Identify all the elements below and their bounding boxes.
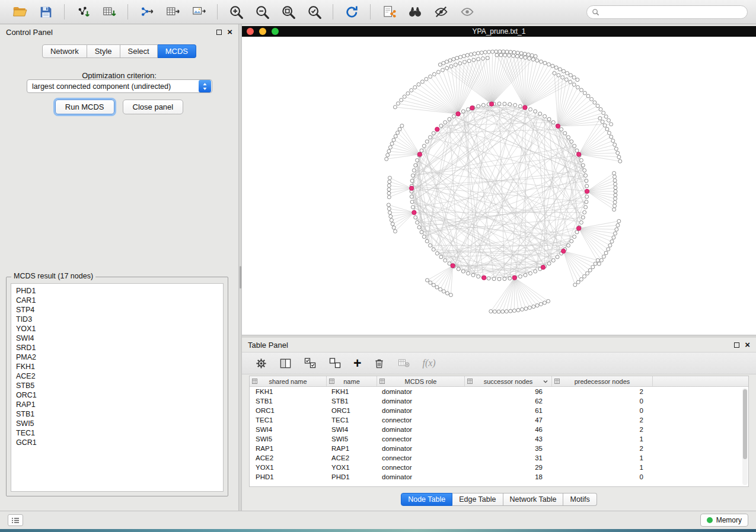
column-header-successor-nodes[interactable]: successor nodes [465, 376, 552, 386]
table-cell[interactable]: dominator [377, 407, 465, 414]
table-cell[interactable]: PHD1 [327, 473, 377, 480]
table-row[interactable]: ACE2ACE2connector311 [250, 453, 748, 463]
table-cell[interactable]: 31 [465, 454, 552, 462]
mcds-result-item[interactable]: TEC1 [16, 428, 223, 438]
export-network-button[interactable] [135, 2, 158, 22]
tab-motifs[interactable]: Motifs [563, 493, 596, 506]
mcds-result-list[interactable]: PHD1CAR1STP4TID3YOX1SWI4SRD1PMA2FKH1ACE2… [11, 283, 224, 492]
zoom-fit-button[interactable] [277, 2, 299, 22]
float-panel-icon[interactable] [216, 30, 222, 35]
table-row[interactable]: ORC1ORC1dominator610 [250, 406, 748, 415]
table-cell[interactable]: RAP1 [327, 445, 377, 452]
table-cell[interactable]: SWI4 [250, 426, 327, 433]
mcds-result-item[interactable]: STB5 [16, 381, 223, 390]
column-header-shared-name[interactable]: shared name [250, 376, 327, 386]
tab-select[interactable]: Select [120, 44, 158, 58]
table-cell[interactable]: ORC1 [250, 407, 327, 414]
table-cell[interactable]: 0 [552, 398, 653, 405]
table-row[interactable]: STB1STB1dominator620 [250, 396, 748, 406]
show-columns-button[interactable] [279, 354, 292, 372]
table-cell[interactable]: 1 [552, 464, 653, 471]
table-cell[interactable]: STB1 [327, 398, 377, 405]
tab-node-table[interactable]: Node Table [401, 493, 452, 506]
table-cell[interactable]: dominator [377, 445, 465, 452]
mcds-result-item[interactable]: ACE2 [16, 371, 223, 381]
delete-table-button[interactable] [397, 354, 410, 372]
table-cell[interactable]: 46 [465, 426, 552, 433]
deselect-all-rows-button[interactable] [328, 354, 342, 372]
mcds-result-item[interactable]: STB1 [16, 409, 223, 419]
task-history-button[interactable] [8, 514, 23, 526]
column-header-mcds-role[interactable]: MCDS role [377, 376, 465, 386]
network-canvas[interactable] [242, 37, 756, 335]
table-cell[interactable]: YOX1 [250, 464, 327, 471]
table-scrollbar[interactable] [742, 388, 748, 485]
table-row[interactable]: YOX1YOX1connector291 [250, 463, 748, 472]
table-cell[interactable]: FKH1 [327, 388, 377, 395]
table-row[interactable]: RAP1RAP1dominator352 [250, 444, 748, 453]
tab-style[interactable]: Style [87, 44, 120, 58]
table-cell[interactable]: 47 [465, 416, 552, 424]
tab-edge-table[interactable]: Edge Table [452, 493, 503, 506]
table-cell[interactable]: 61 [465, 407, 552, 414]
table-cell[interactable]: 2 [552, 426, 653, 433]
table-cell[interactable]: 0 [552, 407, 653, 414]
select-all-rows-button[interactable] [304, 354, 317, 372]
table-cell[interactable]: TEC1 [327, 416, 377, 424]
network-graph-svg[interactable] [242, 37, 756, 335]
table-cell[interactable]: 2 [552, 445, 653, 452]
table-cell[interactable]: 43 [465, 435, 552, 443]
table-cell[interactable]: SWI4 [327, 426, 377, 433]
export-image-button[interactable] [187, 2, 210, 22]
table-cell[interactable]: dominator [377, 426, 465, 433]
mcds-result-item[interactable]: GCR1 [16, 438, 223, 447]
column-header-predecessor-nodes[interactable]: predecessor nodes [552, 376, 653, 386]
optimization-criterion-dropdown[interactable]: largest connected component (undirected) [27, 79, 212, 93]
table-row[interactable]: FKH1FKH1dominator962 [250, 387, 748, 396]
mcds-result-item[interactable]: TID3 [16, 315, 223, 324]
mcds-result-item[interactable]: PHD1 [16, 286, 223, 296]
table-cell[interactable]: 0 [552, 473, 653, 480]
mcds-result-item[interactable]: CAR1 [16, 296, 223, 305]
table-row[interactable]: TEC1TEC1connector472 [250, 415, 748, 425]
float-table-panel-icon[interactable] [734, 342, 739, 348]
table-cell[interactable]: ACE2 [250, 454, 327, 462]
close-table-panel-icon[interactable]: × [745, 342, 750, 348]
table-cell[interactable]: dominator [377, 473, 465, 480]
import-network-button[interactable] [72, 2, 94, 22]
table-cell[interactable]: SWI5 [250, 435, 327, 443]
add-column-button[interactable]: + [353, 354, 361, 372]
function-builder-button[interactable]: f(x) [422, 354, 435, 372]
table-cell[interactable]: 1 [552, 454, 653, 462]
table-cell[interactable]: 62 [465, 398, 552, 405]
mcds-result-item[interactable]: STP4 [16, 305, 223, 315]
table-cell[interactable]: STB1 [250, 398, 327, 405]
mcds-result-item[interactable]: ORC1 [16, 390, 223, 400]
table-cell[interactable]: dominator [377, 388, 465, 395]
memory-button[interactable]: Memory [700, 514, 748, 527]
search-input[interactable] [602, 8, 742, 16]
zoom-in-button[interactable] [225, 2, 247, 22]
table-cell[interactable]: ORC1 [327, 407, 377, 414]
table-row[interactable]: SWI4SWI4dominator462 [250, 425, 748, 434]
table-cell[interactable]: PHD1 [250, 473, 327, 480]
zoom-out-button[interactable] [251, 2, 273, 22]
table-cell[interactable]: YOX1 [327, 464, 377, 471]
table-cell[interactable]: connector [377, 435, 465, 443]
table-row[interactable]: PHD1PHD1dominator180 [250, 472, 748, 482]
refresh-button[interactable] [340, 2, 363, 22]
close-panel-icon[interactable]: × [227, 29, 232, 35]
tab-network-table[interactable]: Network Table [503, 493, 564, 506]
open-session-button[interactable] [8, 2, 31, 22]
run-mcds-button[interactable]: Run MCDS [55, 100, 114, 114]
mcds-result-item[interactable]: PMA2 [16, 352, 223, 362]
mcds-result-item[interactable]: YOX1 [16, 324, 223, 334]
table-cell[interactable]: SWI5 [327, 435, 377, 443]
export-table-button[interactable] [161, 2, 184, 22]
close-panel-button[interactable]: Close panel [123, 100, 184, 114]
table-cell[interactable]: ACE2 [327, 454, 377, 462]
table-row[interactable]: SWI5SWI5connector431 [250, 434, 748, 444]
panel-splitter-handle[interactable] [240, 266, 241, 289]
table-cell[interactable]: 2 [552, 388, 653, 395]
table-cell[interactable]: 18 [465, 473, 552, 480]
